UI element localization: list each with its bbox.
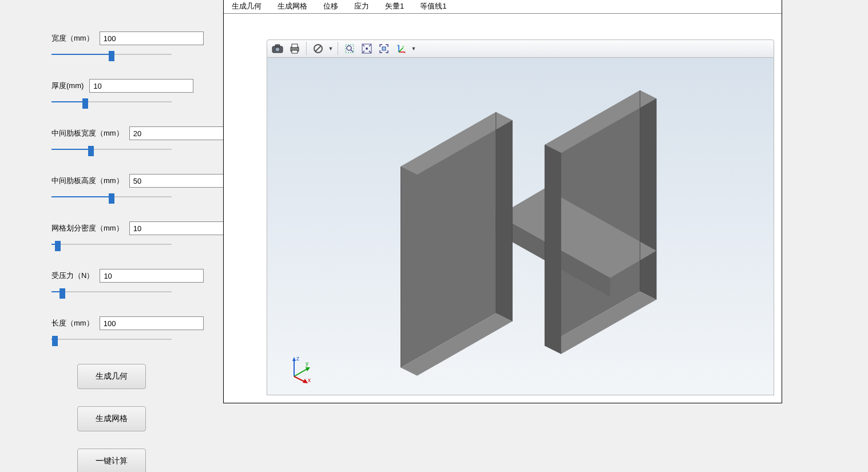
svg-text:z: z — [397, 43, 399, 47]
param-width: 宽度（mm） — [51, 31, 172, 59]
svg-rect-1 — [275, 45, 280, 47]
tab-geometry[interactable]: 生成几何 — [224, 0, 269, 13]
zoom-box-icon[interactable] — [342, 41, 358, 56]
deny-icon[interactable] — [310, 41, 326, 56]
main-panel: 生成几何 生成网格 位移 应力 矢量1 等值线1 ▼ — [223, 0, 782, 403]
mesh-density-input[interactable] — [129, 221, 233, 235]
pressure-input[interactable] — [100, 269, 204, 283]
tab-stress[interactable]: 应力 — [346, 0, 377, 13]
svg-point-2 — [275, 47, 280, 52]
svg-marker-21 — [640, 90, 657, 300]
svg-line-7 — [315, 46, 321, 51]
svg-rect-4 — [292, 44, 298, 47]
param-rib-height: 中间肋板高度（mm） — [51, 174, 172, 201]
thickness-input[interactable] — [89, 79, 193, 93]
rib-width-slider[interactable] — [51, 145, 172, 154]
svg-point-9 — [347, 46, 351, 50]
length-input[interactable] — [100, 316, 204, 330]
print-icon[interactable] — [287, 41, 303, 56]
axis-y-label: y — [306, 360, 308, 367]
zoom-selection-icon[interactable] — [376, 41, 392, 56]
dropdown-icon[interactable]: ▼ — [410, 46, 417, 51]
rib-height-input[interactable] — [129, 174, 233, 188]
tab-vector1[interactable]: 矢量1 — [377, 0, 412, 13]
svg-text:y: y — [402, 45, 404, 48]
svg-marker-39 — [292, 357, 296, 361]
width-slider[interactable] — [51, 50, 172, 59]
axis-x-label: x — [308, 377, 311, 383]
param-pressure: 受压力（N） — [51, 269, 172, 296]
param-label: 中间肋板高度（mm） — [51, 176, 124, 186]
calculate-button[interactable]: 一键计算 — [77, 449, 146, 472]
param-label: 受压力（N） — [51, 271, 94, 281]
param-thickness: 厚度(mm) — [51, 79, 172, 106]
thickness-slider[interactable] — [51, 97, 172, 106]
viewport-container: ▼ x y z ▼ — [224, 14, 782, 403]
param-label: 中间肋板宽度（mm） — [51, 128, 124, 138]
camera-icon[interactable] — [269, 41, 286, 56]
generate-geometry-button[interactable]: 生成几何 — [77, 364, 146, 389]
param-label: 长度（mm） — [51, 318, 94, 328]
svg-marker-31 — [545, 145, 561, 354]
param-length: 长度（mm） — [51, 316, 172, 344]
viewport-toolbar: ▼ x y z ▼ — [267, 39, 774, 58]
param-label: 网格划分密度（mm） — [51, 223, 124, 233]
toolbar-separator — [306, 42, 307, 55]
tab-displacement[interactable]: 位移 — [315, 0, 346, 13]
toolbar-separator — [338, 42, 338, 55]
svg-rect-13 — [382, 47, 386, 50]
dropdown-icon[interactable]: ▼ — [327, 46, 334, 51]
param-label: 厚度(mm) — [51, 81, 84, 91]
orientation-axes: z y x — [287, 355, 316, 383]
result-tabs: 生成几何 生成网格 位移 应力 矢量1 等值线1 — [224, 0, 782, 14]
3d-viewport[interactable]: z y x — [267, 58, 774, 395]
pressure-slider[interactable] — [51, 287, 172, 296]
geometry-render — [267, 58, 774, 395]
length-slider[interactable] — [51, 335, 172, 344]
param-rib-width: 中间肋板宽度（mm） — [51, 126, 172, 154]
tab-contour1[interactable]: 等值线1 — [412, 0, 454, 13]
axis-z-label: z — [296, 355, 299, 362]
rib-width-input[interactable] — [129, 126, 233, 140]
svg-rect-5 — [292, 50, 298, 53]
param-label: 宽度（mm） — [51, 33, 94, 43]
axes-icon[interactable]: x y z — [393, 41, 409, 56]
svg-line-10 — [351, 50, 353, 52]
svg-line-16 — [399, 48, 403, 52]
svg-point-12 — [366, 47, 368, 50]
svg-line-40 — [294, 368, 308, 376]
param-mesh-density: 网格划分密度（mm） — [51, 221, 172, 249]
svg-marker-27 — [496, 112, 513, 322]
svg-text:x: x — [404, 50, 406, 54]
zoom-extent-icon[interactable] — [359, 41, 375, 56]
rib-height-slider[interactable] — [51, 192, 172, 201]
parameters-sidebar: 宽度（mm） 厚度(mm) 中间肋板宽度（mm） — [0, 0, 223, 472]
generate-mesh-button[interactable]: 生成网格 — [77, 406, 146, 431]
tab-mesh[interactable]: 生成网格 — [269, 0, 315, 13]
mesh-density-slider[interactable] — [51, 240, 172, 249]
width-input[interactable] — [100, 31, 204, 45]
